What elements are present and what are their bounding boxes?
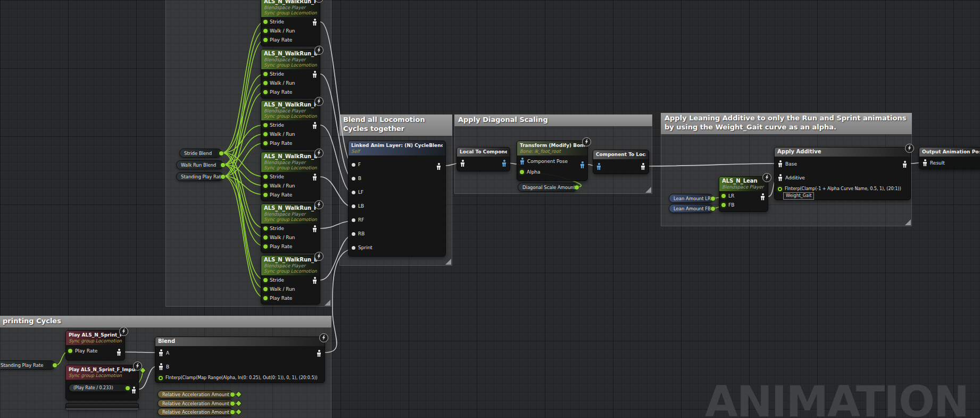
play-rate-pin[interactable] bbox=[263, 296, 268, 300]
output-pin[interactable] bbox=[230, 401, 235, 406]
stride-pin[interactable] bbox=[263, 278, 268, 282]
alpha-pin[interactable] bbox=[778, 187, 782, 191]
node-header[interactable]: Play ALS_N_Sprint_F Sync group Locomotio… bbox=[66, 331, 124, 345]
output-pin[interactable] bbox=[219, 151, 223, 155]
comment-title[interactable]: Apply Leaning Additive to only the Run a… bbox=[661, 113, 912, 134]
output-pin[interactable] bbox=[711, 196, 715, 201]
pill-stride-blend[interactable]: Stride Blend bbox=[179, 149, 222, 158]
pill-walk-run-blend[interactable]: Walk Run Blend bbox=[176, 160, 223, 169]
lr-pin[interactable] bbox=[721, 194, 726, 198]
pose-out-icon[interactable] bbox=[760, 193, 765, 200]
node-header[interactable]: Blend bbox=[155, 337, 325, 346]
pill-rel-accel-x[interactable]: Relative Acceleration Amount X bbox=[157, 390, 233, 398]
node-local-to-component[interactable]: Local To Component bbox=[456, 147, 510, 171]
pose-out-icon[interactable] bbox=[902, 161, 907, 168]
pill-lean-amount-fb[interactable]: Lean Amount FB bbox=[669, 204, 713, 213]
pose-out-icon[interactable] bbox=[312, 19, 317, 26]
output-pin[interactable] bbox=[711, 207, 715, 211]
walk-run-pin[interactable] bbox=[263, 132, 268, 136]
play-rate-pin[interactable] bbox=[263, 38, 268, 42]
pose-in-pin[interactable] bbox=[352, 204, 355, 208]
component-pose-out-icon[interactable] bbox=[502, 160, 506, 167]
pose-out-icon[interactable] bbox=[312, 277, 317, 284]
node-header[interactable]: Linked Anim Layer: (N) CycleBlending Sel… bbox=[348, 141, 445, 155]
pose-in-icon[interactable] bbox=[460, 160, 465, 167]
resize-grip-icon[interactable] bbox=[445, 259, 451, 265]
node-header[interactable]: ALS_N_WalkRun_B Blendspace Player Sync g… bbox=[261, 50, 320, 69]
alpha-pin[interactable] bbox=[159, 376, 163, 380]
alpha-pin[interactable] bbox=[520, 170, 524, 174]
output-pin[interactable] bbox=[221, 175, 225, 179]
node-header[interactable]: ALS_N_WalkRun_F Blendspace Player Sync g… bbox=[261, 0, 320, 17]
pose-in-pin[interactable] bbox=[352, 232, 355, 236]
walk-run-pin[interactable] bbox=[263, 235, 268, 240]
pose-out-icon[interactable] bbox=[312, 174, 317, 181]
output-pin[interactable] bbox=[53, 363, 57, 367]
pose-in-pin[interactable] bbox=[352, 246, 355, 250]
node-header[interactable]: ALS_N_WalkRun_BR Blendspace Player Sync … bbox=[261, 256, 320, 275]
pose-a-in-icon[interactable] bbox=[159, 349, 163, 356]
pose-out-icon[interactable] bbox=[312, 225, 317, 232]
node-walkrun-bl[interactable]: ALS_N_WalkRun_BL Blendspace Player Sync … bbox=[261, 152, 320, 201]
result-pose-in-icon[interactable] bbox=[923, 159, 927, 166]
pill-rel-accel-z[interactable]: Relative Acceleration Amount Z bbox=[157, 408, 233, 416]
pose-out-icon[interactable] bbox=[317, 350, 321, 357]
pose-in-pin[interactable] bbox=[352, 163, 355, 167]
stride-pin[interactable] bbox=[263, 175, 268, 179]
resize-grip-icon[interactable] bbox=[645, 187, 651, 193]
node-header[interactable]: ALS_N_WalkRun_FR Blendspace Player Sync … bbox=[261, 204, 320, 224]
output-pin[interactable] bbox=[230, 392, 235, 397]
pose-out-icon[interactable] bbox=[641, 163, 645, 170]
node-transform-modify-bone[interactable]: Transform (Modify) Bone Bone: ik_foot_ro… bbox=[517, 141, 588, 181]
pose-in-pin[interactable] bbox=[352, 177, 355, 181]
stride-pin[interactable] bbox=[263, 123, 268, 127]
curve-name-box[interactable]: Weight_Gait bbox=[783, 192, 814, 200]
play-rate-pin[interactable] bbox=[263, 244, 268, 249]
pose-out-icon[interactable] bbox=[436, 163, 441, 170]
node-header[interactable]: Local To Component bbox=[457, 147, 510, 157]
component-pose-in-icon[interactable] bbox=[596, 163, 601, 170]
stride-pin[interactable] bbox=[263, 226, 268, 231]
node-walkrun-fr[interactable]: ALS_N_WalkRun_FR Blendspace Player Sync … bbox=[261, 203, 320, 253]
pill-diagonal-scale-amount[interactable]: Diagonal Scale Amount bbox=[518, 183, 577, 192]
resize-grip-icon[interactable] bbox=[905, 219, 911, 225]
stride-pin[interactable] bbox=[263, 72, 268, 76]
resize-grip-icon[interactable] bbox=[325, 300, 330, 306]
node-header[interactable]: ALS_N_WalkRun_FL Blendspace Player Sync … bbox=[261, 101, 320, 120]
blueprint-graph-canvas[interactable]: { "watermark": "ANIMATION", "colors": { … bbox=[0, 0, 980, 418]
walk-run-pin[interactable] bbox=[263, 287, 268, 291]
node-blend[interactable]: Blend A B FInterp(Clamp(Map Range(Alpha,… bbox=[155, 337, 325, 383]
walk-run-pin[interactable] bbox=[263, 184, 268, 188]
node-component-to-local[interactable]: Component To Local bbox=[593, 150, 649, 174]
output-pin[interactable] bbox=[230, 410, 235, 414]
node-header[interactable]: ALS_N_Lean Blendspace Player bbox=[719, 177, 768, 191]
output-pin[interactable] bbox=[126, 386, 130, 390]
component-pose-in-icon[interactable] bbox=[520, 158, 525, 165]
node-output-animation-pose[interactable]: Output Animation Pose Result bbox=[919, 147, 980, 169]
stride-pin[interactable] bbox=[263, 20, 268, 24]
pose-out-icon[interactable] bbox=[117, 349, 121, 356]
pill-standing-play-rate-2[interactable]: Standing Play Rate bbox=[0, 360, 55, 370]
pose-out-icon[interactable] bbox=[312, 122, 317, 129]
pose-in-pin[interactable] bbox=[352, 218, 355, 222]
node-als-n-lean[interactable]: ALS_N_Lean Blendspace Player LR FB bbox=[719, 176, 768, 212]
node-play-sprint-f[interactable]: Play ALS_N_Sprint_F Sync group Locomotio… bbox=[65, 330, 125, 360]
node-walkrun-fl[interactable]: ALS_N_WalkRun_FL Blendspace Player Sync … bbox=[261, 100, 320, 150]
component-pose-out-icon[interactable] bbox=[580, 161, 585, 168]
pose-out-icon[interactable] bbox=[312, 71, 317, 78]
play-rate-expression-pill[interactable]: (Play Rate / 0.233) bbox=[69, 384, 128, 392]
comment-title[interactable]: Apply Diagonal Scaling bbox=[454, 114, 652, 126]
walk-run-pin[interactable] bbox=[263, 81, 268, 85]
walk-run-pin[interactable] bbox=[263, 29, 268, 33]
node-header[interactable]: Play ALS_N_Sprint_F_Impulse Sync group L… bbox=[66, 365, 138, 380]
play-rate-pin[interactable] bbox=[68, 349, 72, 353]
pose-in-pin[interactable] bbox=[352, 191, 355, 194]
node-header[interactable]: Output Animation Pose bbox=[919, 147, 980, 157]
comment-title[interactable]: printing Cycles bbox=[0, 316, 331, 327]
output-pin[interactable] bbox=[575, 185, 579, 190]
additive-pose-in-icon[interactable] bbox=[778, 174, 783, 181]
node-linked-anim-layer[interactable]: Linked Anim Layer: (N) CycleBlending Sel… bbox=[348, 141, 446, 257]
pill-standing-play-rate[interactable]: Standing Play Rate bbox=[176, 172, 223, 181]
play-rate-pin[interactable] bbox=[263, 90, 268, 94]
node-walkrun-f[interactable]: ALS_N_WalkRun_F Blendspace Player Sync g… bbox=[261, 0, 320, 46]
